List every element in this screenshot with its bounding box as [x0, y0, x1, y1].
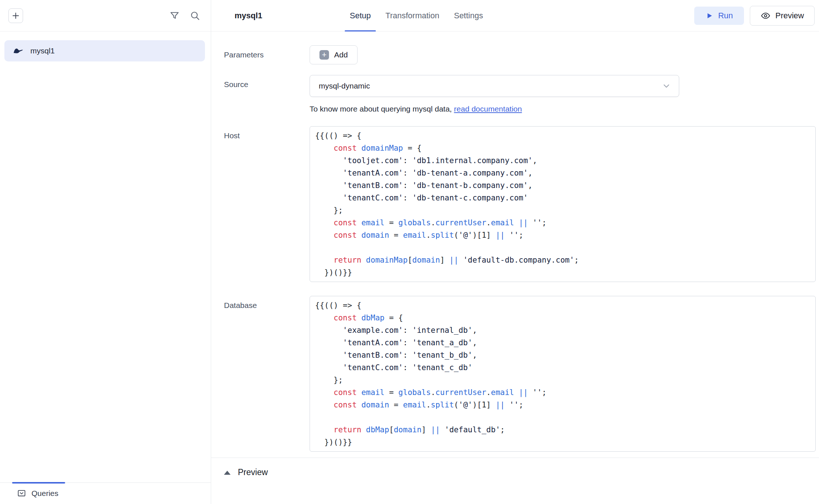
tab-setup[interactable]: Setup — [345, 0, 376, 31]
code-line: 'tenantA.com': 'tenant_a_db', — [315, 336, 810, 349]
helper-prefix: To know more about querying mysql data, — [310, 105, 454, 113]
collapse-triangle-icon[interactable] — [224, 471, 231, 475]
editor-header: mysql1 Setup Transformation Settings Run — [211, 0, 819, 31]
chevron-down-icon — [661, 81, 672, 91]
query-title[interactable]: mysql1 — [235, 11, 262, 20]
query-list: mysql1 — [0, 31, 211, 482]
run-button-label: Run — [718, 11, 733, 20]
code-line: const email = globals.currentUser.email … — [315, 217, 810, 229]
database-row: Database {{(() => { const dbMap = { 'exa… — [224, 296, 816, 452]
code-line — [315, 241, 810, 254]
source-label: Source — [224, 75, 310, 113]
sidebar-header — [0, 0, 211, 31]
code-line: const domain = email.split('@')[1] || ''… — [315, 229, 810, 241]
code-line: })()}} — [315, 266, 810, 279]
mysql-icon — [12, 45, 24, 57]
code-line: }; — [315, 204, 810, 217]
code-line: 'tenantB.com': 'db-tenant-b.company.com'… — [315, 179, 810, 192]
eye-icon — [760, 11, 771, 21]
add-query-button[interactable] — [8, 8, 23, 23]
code-line: 'tooljet.com': 'db1.internal.company.com… — [315, 154, 810, 167]
preview-button-label: Preview — [775, 11, 804, 20]
sidebar-toolbar — [169, 10, 201, 21]
queries-tab-indicator — [12, 482, 65, 484]
query-editor-panel: mysql1 Setup Transformation Settings Run — [211, 0, 819, 504]
read-documentation-link[interactable]: read documentation — [454, 105, 522, 113]
host-row: Host {{(() => { const domainMap = { 'too… — [224, 126, 816, 282]
source-helper-text: To know more about querying mysql data, … — [310, 105, 816, 113]
queries-icon — [17, 489, 26, 498]
source-select-value: mysql-dynamic — [319, 82, 370, 90]
plus-square-icon: + — [319, 50, 329, 60]
parameters-label: Parameters — [224, 45, 310, 64]
code-line: }; — [315, 374, 810, 386]
code-line: const domainMap = { — [315, 142, 810, 154]
source-select[interactable]: mysql-dynamic — [310, 75, 679, 97]
preview-section-header[interactable]: Preview — [211, 458, 819, 504]
queries-panel-tab[interactable]: Queries — [17, 489, 59, 498]
source-row: Source mysql-dynamic To know more about … — [224, 75, 816, 113]
code-line: 'example.com': 'internal_db', — [315, 324, 810, 336]
app: mysql1 Queries mysql1 Setup Transformati… — [0, 0, 819, 504]
code-line: 'tenantB.com': 'tenant_b_db', — [315, 349, 810, 361]
add-parameter-label: Add — [334, 50, 348, 59]
query-item-label: mysql1 — [30, 46, 55, 55]
filter-icon[interactable] — [169, 10, 180, 21]
query-sidebar: mysql1 Queries — [0, 0, 211, 504]
play-icon — [705, 12, 713, 20]
host-label: Host — [224, 126, 310, 282]
search-icon[interactable] — [190, 10, 201, 21]
tab-settings[interactable]: Settings — [449, 0, 488, 31]
header-actions: Run Preview — [694, 6, 815, 26]
code-line: 'tenantC.com': 'tenant_c_db' — [315, 361, 810, 374]
code-line: })()}} — [315, 436, 810, 448]
code-line: const domain = email.split('@')[1] || ''… — [315, 399, 810, 411]
preview-section-label: Preview — [238, 467, 268, 477]
database-code-editor[interactable]: {{(() => { const dbMap = { 'example.com'… — [310, 296, 816, 452]
code-line: {{(() => { — [315, 299, 810, 312]
sidebar-footer: Queries — [0, 482, 211, 504]
code-line: {{(() => { — [315, 129, 810, 142]
code-line: 'tenantC.com': 'db-tenant-c.company.com' — [315, 192, 810, 204]
preview-button[interactable]: Preview — [750, 6, 815, 26]
add-parameter-button[interactable]: + Add — [310, 45, 358, 64]
code-line — [315, 411, 810, 424]
code-line: const email = globals.currentUser.email … — [315, 386, 810, 399]
code-line: return dbMap[domain] || 'default_db'; — [315, 424, 810, 436]
code-line: 'tenantA.com': 'db-tenant-a.company.com'… — [315, 167, 810, 179]
editor-tabs: Setup Transformation Settings — [345, 0, 488, 31]
code-line: return domainMap[domain] || 'default-db.… — [315, 254, 810, 266]
run-button[interactable]: Run — [694, 7, 744, 25]
host-code-editor[interactable]: {{(() => { const domainMap = { 'tooljet.… — [310, 126, 816, 282]
queries-tab-label: Queries — [31, 489, 59, 498]
code-line: const dbMap = { — [315, 312, 810, 324]
query-list-item-mysql1[interactable]: mysql1 — [4, 40, 205, 61]
plus-icon — [11, 11, 20, 20]
database-label: Database — [224, 296, 310, 452]
tab-transformation[interactable]: Transformation — [380, 0, 444, 31]
parameters-row: Parameters + Add — [224, 45, 816, 64]
setup-form: Parameters + Add Source mysql-dynamic — [211, 31, 819, 458]
